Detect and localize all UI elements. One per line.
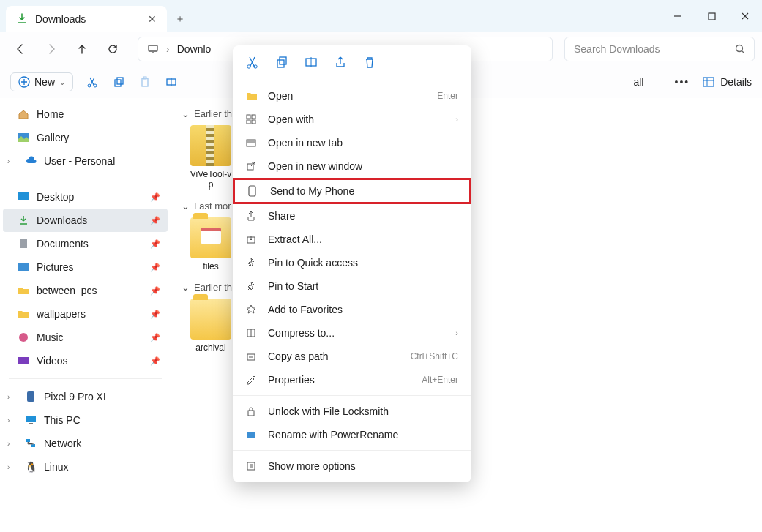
paste-icon[interactable] xyxy=(139,76,152,88)
plus-circle-icon xyxy=(18,76,30,88)
pin-icon: 📌 xyxy=(150,192,160,202)
path-icon xyxy=(246,351,258,361)
svg-rect-26 xyxy=(29,423,33,424)
star-icon xyxy=(246,304,258,315)
sidebar-music[interactable]: Music 📌 xyxy=(3,326,168,349)
ctx-compress[interactable]: Compress to... › xyxy=(233,321,471,345)
delete-icon[interactable] xyxy=(363,56,376,69)
ctx-open[interactable]: Open Enter xyxy=(233,84,471,108)
file-label: files xyxy=(203,261,218,271)
up-button[interactable] xyxy=(69,36,95,62)
ctx-more-options[interactable]: Show more options xyxy=(233,454,471,478)
chevron-down-icon: ⌄ xyxy=(182,282,190,293)
ctx-unlock[interactable]: Unlock with File Locksmith xyxy=(233,400,471,423)
new-label: New xyxy=(34,76,55,88)
phone-icon xyxy=(25,391,37,402)
cut-icon[interactable] xyxy=(246,56,259,69)
window-tab[interactable]: Downloads ✕ xyxy=(6,6,167,32)
sidebar-between[interactable]: between_pcs 📌 xyxy=(3,279,168,302)
ctx-rename-power[interactable]: Rename with PowerRename xyxy=(233,423,471,446)
rename-icon[interactable] xyxy=(305,56,318,69)
new-button[interactable]: New ⌄ xyxy=(10,72,73,91)
sidebar-user[interactable]: › User - Personal xyxy=(3,149,168,173)
ctx-extract[interactable]: Extract All... xyxy=(233,228,471,251)
chevron-right-icon: › xyxy=(7,416,18,424)
rename-icon[interactable] xyxy=(165,76,179,88)
close-window-button[interactable] xyxy=(728,0,762,32)
pin-icon: 📌 xyxy=(150,310,160,319)
breadcrumb-separator-icon: › xyxy=(166,43,170,55)
refresh-button[interactable] xyxy=(100,36,126,62)
sidebar-desktop[interactable]: Desktop 📌 xyxy=(3,185,168,209)
sidebar-thispc[interactable]: › This PC xyxy=(3,408,168,432)
share-icon[interactable] xyxy=(334,56,347,69)
cut-icon[interactable] xyxy=(86,76,100,88)
details-view-button[interactable]: Details xyxy=(703,76,752,88)
forward-button[interactable] xyxy=(38,36,64,62)
svg-rect-15 xyxy=(703,78,714,86)
svg-rect-11 xyxy=(142,78,148,86)
sidebar-gallery[interactable]: Gallery xyxy=(3,126,168,149)
sidebar-home[interactable]: Home xyxy=(3,102,168,126)
sidebar-documents[interactable]: Documents 📌 xyxy=(3,232,168,255)
file-item[interactable]: archival xyxy=(182,299,240,353)
folder-icon xyxy=(190,217,231,258)
copy-icon[interactable] xyxy=(275,56,288,69)
music-icon xyxy=(18,331,29,343)
home-icon xyxy=(18,108,29,120)
svg-rect-24 xyxy=(27,391,34,402)
navigation-pane: Home Gallery › User - Personal Desktop 📌… xyxy=(0,98,171,532)
pin-icon: 📌 xyxy=(150,263,160,272)
svg-line-5 xyxy=(742,51,745,54)
linux-icon: 🐧 xyxy=(25,461,37,473)
svg-rect-23 xyxy=(18,357,29,364)
sidebar-wallpapers[interactable]: wallpapers 📌 xyxy=(3,302,168,326)
new-tab-button[interactable]: ＋ xyxy=(167,6,193,32)
ctx-pin-quick[interactable]: Pin to Quick access xyxy=(233,251,471,274)
ctx-new-tab[interactable]: Open in new tab xyxy=(233,131,471,154)
minimize-button[interactable] xyxy=(661,0,695,32)
sidebar-pictures[interactable]: Pictures 📌 xyxy=(3,255,168,279)
zip-file-icon xyxy=(190,125,231,166)
folder-icon xyxy=(190,299,231,340)
pin-icon xyxy=(246,281,258,291)
pictures-icon xyxy=(18,261,29,273)
ctx-favorites[interactable]: Add to Favorites xyxy=(233,298,471,321)
sidebar-pixel[interactable]: › Pixel 9 Pro XL xyxy=(3,385,168,408)
file-item[interactable]: files xyxy=(182,217,240,271)
ctx-open-with[interactable]: Open with › xyxy=(233,108,471,131)
svg-rect-31 xyxy=(277,60,284,67)
ctx-share[interactable]: Share xyxy=(233,204,471,228)
videos-icon xyxy=(18,355,29,367)
svg-rect-32 xyxy=(280,57,286,64)
download-icon xyxy=(16,13,28,25)
svg-rect-1 xyxy=(709,13,715,20)
copy-icon[interactable] xyxy=(113,76,126,88)
chevron-down-icon: ⌄ xyxy=(182,108,190,119)
sidebar-videos[interactable]: Videos 📌 xyxy=(3,349,168,372)
ctx-pin-start[interactable]: Pin to Start xyxy=(233,274,471,298)
search-input[interactable]: Search Downloads xyxy=(564,37,755,61)
svg-point-4 xyxy=(736,45,743,52)
filter-all[interactable]: all xyxy=(633,76,643,88)
ctx-send-to-phone[interactable]: Send to My Phone xyxy=(233,178,471,204)
back-button[interactable] xyxy=(7,36,34,62)
sidebar-linux[interactable]: › 🐧 Linux xyxy=(3,455,168,479)
pin-icon: 📌 xyxy=(150,286,160,296)
more-icon[interactable]: ••• xyxy=(674,76,690,88)
window-controls xyxy=(661,0,762,32)
svg-rect-47 xyxy=(248,411,254,416)
ctx-copy-path[interactable]: Copy as path Ctrl+Shift+C xyxy=(233,345,471,368)
ctx-new-window[interactable]: Open in new window xyxy=(233,154,471,178)
sidebar-downloads[interactable]: Downloads 📌 xyxy=(3,209,168,232)
compress-icon xyxy=(246,328,258,338)
svg-rect-42 xyxy=(249,186,255,196)
file-item[interactable]: ViVeTool-v p xyxy=(182,125,240,190)
tab-icon xyxy=(246,138,258,148)
ctx-properties[interactable]: Properties Alt+Enter xyxy=(233,368,471,391)
rename-power-icon xyxy=(246,430,258,440)
sidebar-network[interactable]: › Network xyxy=(3,432,168,455)
close-tab-icon[interactable]: ✕ xyxy=(148,13,157,25)
svg-rect-9 xyxy=(115,80,121,86)
maximize-button[interactable] xyxy=(695,0,728,32)
